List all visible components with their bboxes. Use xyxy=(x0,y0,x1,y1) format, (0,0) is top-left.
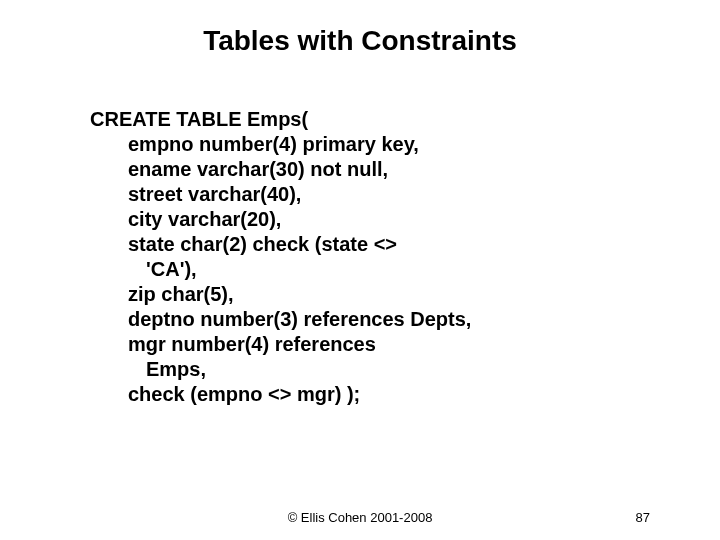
code-line: city varchar(20), xyxy=(90,207,670,232)
code-line: 'CA'), xyxy=(90,257,670,282)
page-number: 87 xyxy=(636,510,650,525)
code-line: Emps, xyxy=(90,357,670,382)
code-line: ename varchar(30) not null, xyxy=(90,157,670,182)
code-line: deptno number(3) references Depts, xyxy=(90,307,670,332)
code-line: CREATE TABLE Emps( xyxy=(90,107,670,132)
code-line: empno number(4) primary key, xyxy=(90,132,670,157)
code-line: check (empno <> mgr) ); xyxy=(90,382,670,407)
code-line: street varchar(40), xyxy=(90,182,670,207)
sql-code-block: CREATE TABLE Emps( empno number(4) prima… xyxy=(0,107,720,407)
slide-title: Tables with Constraints xyxy=(0,25,720,57)
copyright-text: © Ellis Cohen 2001-2008 xyxy=(288,510,433,525)
slide-container: Tables with Constraints CREATE TABLE Emp… xyxy=(0,0,720,540)
code-line: mgr number(4) references xyxy=(90,332,670,357)
code-line: state char(2) check (state <> xyxy=(90,232,670,257)
code-line: zip char(5), xyxy=(90,282,670,307)
